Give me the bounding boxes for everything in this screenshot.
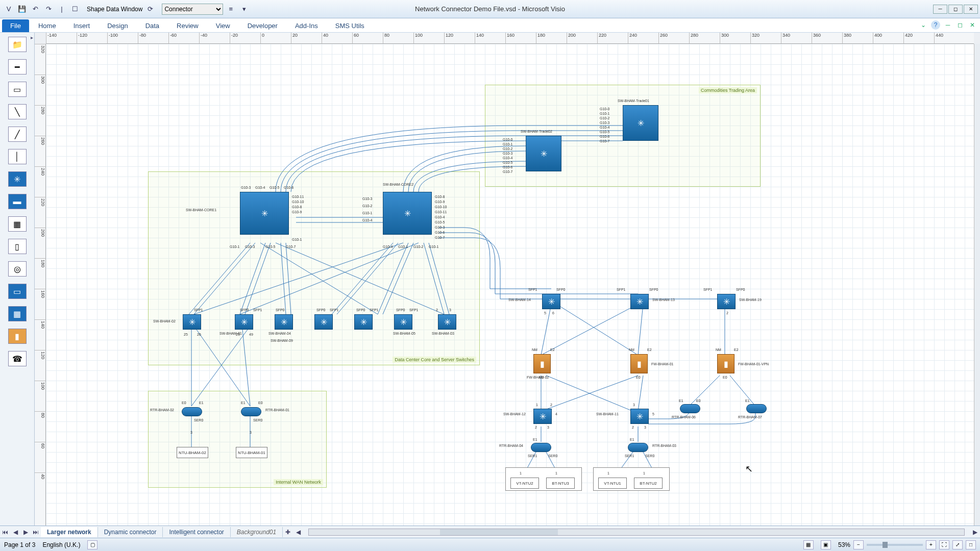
device-sw09[interactable]: ✳ <box>314 314 333 330</box>
pagetab-intelligent[interactable]: Intelligent connector <box>163 527 230 537</box>
page-prev-button[interactable]: ◀ <box>10 529 20 536</box>
stencil-server-icon[interactable]: ▯ <box>8 239 27 254</box>
view-full-icon[interactable]: ▣ <box>821 540 831 549</box>
pagetab-larger[interactable]: Larger network <box>41 527 98 537</box>
device-sw19[interactable]: ✳ <box>717 294 736 309</box>
pane-collapse-icon[interactable]: ▸ <box>31 35 33 40</box>
device-fw01[interactable]: ▮ <box>630 354 648 373</box>
tab-data[interactable]: Data <box>137 19 167 32</box>
refresh-icon[interactable]: ⟳ <box>144 4 156 15</box>
pagetab-background[interactable]: Background01 <box>231 527 283 537</box>
doc-restore-icon[interactable]: ◻ <box>955 20 965 30</box>
device-ntu01[interactable]: NTU-BHAM-01 <box>236 447 267 458</box>
tab-file[interactable]: File <box>2 19 29 32</box>
device-rtr03[interactable] <box>628 443 648 452</box>
device-btntu2[interactable]: BT-NTU2 <box>634 478 663 489</box>
vertical-scrollbar[interactable] <box>974 44 980 525</box>
align-icon[interactable]: ≡ <box>225 4 236 15</box>
device-sw11[interactable]: ✳ <box>630 409 649 424</box>
device-btntu3[interactable]: BT-NTU3 <box>546 478 575 489</box>
close-button[interactable]: ✕ <box>964 5 978 14</box>
stencil-line1-icon[interactable]: ╲ <box>8 104 27 119</box>
tab-insert[interactable]: Insert <box>65 19 99 32</box>
device-sw04[interactable]: ✳ <box>275 314 293 330</box>
port: E0 <box>696 399 701 403</box>
tab-developer[interactable]: Developer <box>239 19 286 32</box>
port: E0 <box>636 375 641 379</box>
device-vtntu2[interactable]: VT-NTU2 <box>510 478 539 489</box>
save-icon[interactable]: 💾 <box>16 4 28 15</box>
qat-dropdown-icon[interactable]: ▾ <box>238 4 250 15</box>
connector-select[interactable]: Connector <box>162 4 223 15</box>
device-trade01[interactable]: ✳ <box>623 105 658 141</box>
stencil-disk-icon[interactable]: ◎ <box>8 261 27 277</box>
device-vtntu1[interactable]: VT-NTU1 <box>598 478 627 489</box>
device-rtr07[interactable] <box>746 404 767 413</box>
doc-close-icon[interactable]: ✕ <box>968 20 977 30</box>
device-rtr06[interactable] <box>680 404 700 413</box>
stencil-open-icon[interactable]: 📁 <box>8 37 27 52</box>
stencil-line2-icon[interactable]: ╱ <box>8 127 27 142</box>
device-sw03[interactable]: ✳ <box>438 314 456 330</box>
device-trade02[interactable]: ✳ <box>526 136 561 171</box>
device-rtr04[interactable] <box>531 443 551 452</box>
stencil-switch2-icon[interactable]: ▬ <box>8 194 27 209</box>
tab-view[interactable]: View <box>208 19 238 32</box>
hscroll-left[interactable]: ◀ <box>293 529 303 536</box>
fit-page-icon[interactable]: ⛶ <box>939 540 949 549</box>
device-core1[interactable]: ✳ <box>240 192 289 235</box>
stencil-rack-icon[interactable]: ▦ <box>8 216 27 232</box>
stencil-phone-icon[interactable]: ☎ <box>8 351 27 366</box>
undo-icon[interactable]: ↶ <box>30 4 41 15</box>
stencil-chassis-icon[interactable]: ▦ <box>8 306 27 321</box>
view-normal-icon[interactable]: ▦ <box>803 540 814 549</box>
device-fw02[interactable]: ▮ <box>533 354 551 373</box>
stencil-line3-icon[interactable]: │ <box>8 149 27 164</box>
device-rtr01[interactable] <box>241 407 261 416</box>
hscroll-right[interactable]: ▶ <box>970 529 980 536</box>
zoom-slider[interactable] <box>867 544 923 546</box>
device-sw12[interactable]: ✳ <box>533 409 552 424</box>
svg-line-31 <box>541 375 638 411</box>
checkbox-icon[interactable]: ☐ <box>69 4 81 15</box>
page-add-button[interactable]: ✚ <box>283 529 293 536</box>
zoom-in-button[interactable]: + <box>926 540 936 549</box>
ribbon-collapse-icon[interactable]: ⌄ <box>919 20 928 30</box>
device-sw05[interactable]: ✳ <box>354 314 373 330</box>
horizontal-scrollbar[interactable] <box>308 529 965 536</box>
zoom-out-button[interactable]: − <box>853 540 864 549</box>
macro-record-icon[interactable]: ▢ <box>87 540 97 549</box>
stencil-module-icon[interactable]: ▭ <box>8 284 27 299</box>
stencil-connector-icon[interactable]: ━ <box>8 59 27 74</box>
device-ntu02[interactable]: NTU-BHAM-02 <box>177 447 208 458</box>
drawing-canvas[interactable]: Commodities Trading Area Data Center Cor… <box>46 44 974 525</box>
device-sw02[interactable]: ✳ <box>183 314 201 330</box>
pagetab-dynamic[interactable]: Dynamic connector <box>98 527 163 537</box>
device-sw14[interactable]: ✳ <box>542 294 560 309</box>
device-fwvpn[interactable]: ▮ <box>717 354 734 373</box>
minimize-button[interactable]: ─ <box>933 5 947 14</box>
tab-smsutils[interactable]: SMS Utils <box>327 19 373 32</box>
pan-zoom-icon[interactable]: □ <box>966 540 976 549</box>
stencil-rect-icon[interactable]: ▭ <box>8 82 27 97</box>
device-sw01[interactable]: ✳ <box>235 314 253 330</box>
page-next-button[interactable]: ▶ <box>20 529 31 536</box>
redo-icon[interactable]: ↷ <box>43 4 54 15</box>
stencil-firewall-icon[interactable]: ▮ <box>8 329 27 344</box>
doc-minimize-icon[interactable]: ─ <box>943 20 952 30</box>
stencil-switch-icon[interactable]: ✳ <box>8 171 27 187</box>
maximize-button[interactable]: ◻ <box>948 5 963 14</box>
tab-review[interactable]: Review <box>168 19 207 32</box>
page-first-button[interactable]: ⏮ <box>0 529 10 536</box>
page-last-button[interactable]: ⏭ <box>31 529 41 536</box>
zone-wan[interactable]: Internal WAN Network <box>148 391 327 488</box>
tab-home[interactable]: Home <box>30 19 64 32</box>
device-sw05b[interactable]: ✳ <box>394 314 412 330</box>
device-rtr02[interactable] <box>182 407 202 416</box>
tab-design[interactable]: Design <box>99 19 136 32</box>
fit-width-icon[interactable]: ⤢ <box>952 540 963 549</box>
device-sw13[interactable]: ✳ <box>630 294 649 309</box>
help-icon[interactable]: ? <box>931 20 940 30</box>
device-core2[interactable]: ✳ <box>383 192 432 235</box>
tab-addins[interactable]: Add-Ins <box>287 19 326 32</box>
